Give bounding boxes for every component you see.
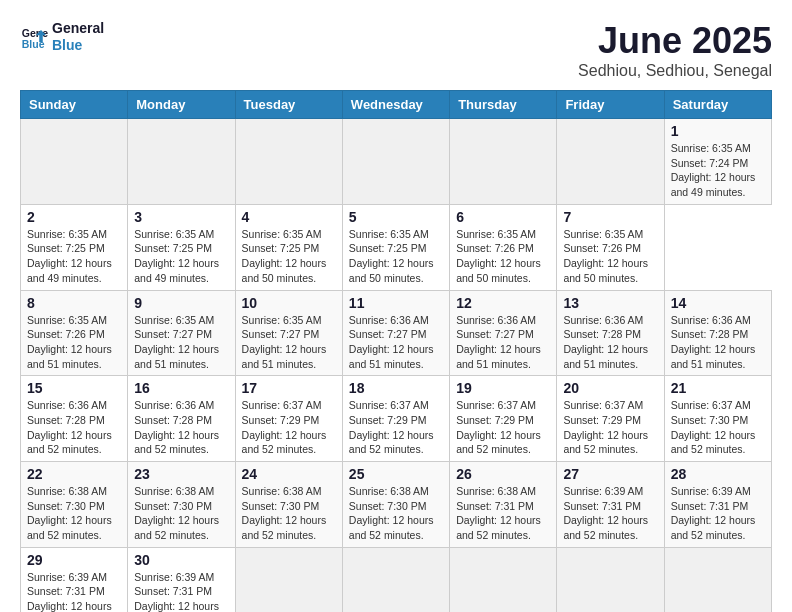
logo: General Blue General Blue — [20, 20, 104, 54]
table-row: 5Sunrise: 6:35 AM Sunset: 7:25 PM Daylig… — [342, 204, 449, 290]
table-row: 25Sunrise: 6:38 AM Sunset: 7:30 PM Dayli… — [342, 462, 449, 548]
table-row: 10Sunrise: 6:35 AM Sunset: 7:27 PM Dayli… — [235, 290, 342, 376]
weekday-header-thursday: Thursday — [450, 91, 557, 119]
logo-text-line1: General — [52, 20, 104, 37]
weekday-header-sunday: Sunday — [21, 91, 128, 119]
table-row: 2Sunrise: 6:35 AM Sunset: 7:25 PM Daylig… — [21, 204, 128, 290]
empty-cell — [664, 547, 771, 612]
table-row: 27Sunrise: 6:39 AM Sunset: 7:31 PM Dayli… — [557, 462, 664, 548]
table-row: 6Sunrise: 6:35 AM Sunset: 7:26 PM Daylig… — [450, 204, 557, 290]
table-row: 21Sunrise: 6:37 AM Sunset: 7:30 PM Dayli… — [664, 376, 771, 462]
empty-cell — [450, 547, 557, 612]
table-row: 17Sunrise: 6:37 AM Sunset: 7:29 PM Dayli… — [235, 376, 342, 462]
empty-cell — [342, 119, 449, 205]
calendar-week-6: 29Sunrise: 6:39 AM Sunset: 7:31 PM Dayli… — [21, 547, 772, 612]
table-row: 16Sunrise: 6:36 AM Sunset: 7:28 PM Dayli… — [128, 376, 235, 462]
weekday-header-monday: Monday — [128, 91, 235, 119]
page-header: General Blue General Blue June 2025 Sedh… — [20, 20, 772, 80]
empty-cell — [21, 119, 128, 205]
table-row: 12Sunrise: 6:36 AM Sunset: 7:27 PM Dayli… — [450, 290, 557, 376]
table-row: 20Sunrise: 6:37 AM Sunset: 7:29 PM Dayli… — [557, 376, 664, 462]
empty-cell — [235, 547, 342, 612]
calendar-week-5: 22Sunrise: 6:38 AM Sunset: 7:30 PM Dayli… — [21, 462, 772, 548]
calendar-week-3: 8Sunrise: 6:35 AM Sunset: 7:26 PM Daylig… — [21, 290, 772, 376]
calendar-week-2: 2Sunrise: 6:35 AM Sunset: 7:25 PM Daylig… — [21, 204, 772, 290]
table-row: 9Sunrise: 6:35 AM Sunset: 7:27 PM Daylig… — [128, 290, 235, 376]
table-row: 22Sunrise: 6:38 AM Sunset: 7:30 PM Dayli… — [21, 462, 128, 548]
calendar-week-1: 1Sunrise: 6:35 AM Sunset: 7:24 PM Daylig… — [21, 119, 772, 205]
table-row: 11Sunrise: 6:36 AM Sunset: 7:27 PM Dayli… — [342, 290, 449, 376]
month-year-title: June 2025 — [578, 20, 772, 62]
table-row: 19Sunrise: 6:37 AM Sunset: 7:29 PM Dayli… — [450, 376, 557, 462]
logo-text-line2: Blue — [52, 37, 104, 54]
table-row: 29Sunrise: 6:39 AM Sunset: 7:31 PM Dayli… — [21, 547, 128, 612]
table-row: 13Sunrise: 6:36 AM Sunset: 7:28 PM Dayli… — [557, 290, 664, 376]
weekday-header-wednesday: Wednesday — [342, 91, 449, 119]
weekday-header-saturday: Saturday — [664, 91, 771, 119]
empty-cell — [342, 547, 449, 612]
location-subtitle: Sedhiou, Sedhiou, Senegal — [578, 62, 772, 80]
empty-cell — [450, 119, 557, 205]
table-row: 23Sunrise: 6:38 AM Sunset: 7:30 PM Dayli… — [128, 462, 235, 548]
empty-cell — [557, 547, 664, 612]
table-row: 4Sunrise: 6:35 AM Sunset: 7:25 PM Daylig… — [235, 204, 342, 290]
table-row: 3Sunrise: 6:35 AM Sunset: 7:25 PM Daylig… — [128, 204, 235, 290]
weekday-header-friday: Friday — [557, 91, 664, 119]
table-row: 15Sunrise: 6:36 AM Sunset: 7:28 PM Dayli… — [21, 376, 128, 462]
title-section: June 2025 Sedhiou, Sedhiou, Senegal — [578, 20, 772, 80]
table-row: 7Sunrise: 6:35 AM Sunset: 7:26 PM Daylig… — [557, 204, 664, 290]
weekday-header-tuesday: Tuesday — [235, 91, 342, 119]
table-row: 30Sunrise: 6:39 AM Sunset: 7:31 PM Dayli… — [128, 547, 235, 612]
table-row: 28Sunrise: 6:39 AM Sunset: 7:31 PM Dayli… — [664, 462, 771, 548]
logo-icon: General Blue — [20, 23, 48, 51]
table-row: 24Sunrise: 6:38 AM Sunset: 7:30 PM Dayli… — [235, 462, 342, 548]
table-row: 8Sunrise: 6:35 AM Sunset: 7:26 PM Daylig… — [21, 290, 128, 376]
table-row: 18Sunrise: 6:37 AM Sunset: 7:29 PM Dayli… — [342, 376, 449, 462]
calendar-week-4: 15Sunrise: 6:36 AM Sunset: 7:28 PM Dayli… — [21, 376, 772, 462]
weekday-header-row: SundayMondayTuesdayWednesdayThursdayFrid… — [21, 91, 772, 119]
table-row: 26Sunrise: 6:38 AM Sunset: 7:31 PM Dayli… — [450, 462, 557, 548]
empty-cell — [128, 119, 235, 205]
table-row: 14Sunrise: 6:36 AM Sunset: 7:28 PM Dayli… — [664, 290, 771, 376]
calendar-table: SundayMondayTuesdayWednesdayThursdayFrid… — [20, 90, 772, 612]
table-row: 1Sunrise: 6:35 AM Sunset: 7:24 PM Daylig… — [664, 119, 771, 205]
empty-cell — [557, 119, 664, 205]
empty-cell — [235, 119, 342, 205]
